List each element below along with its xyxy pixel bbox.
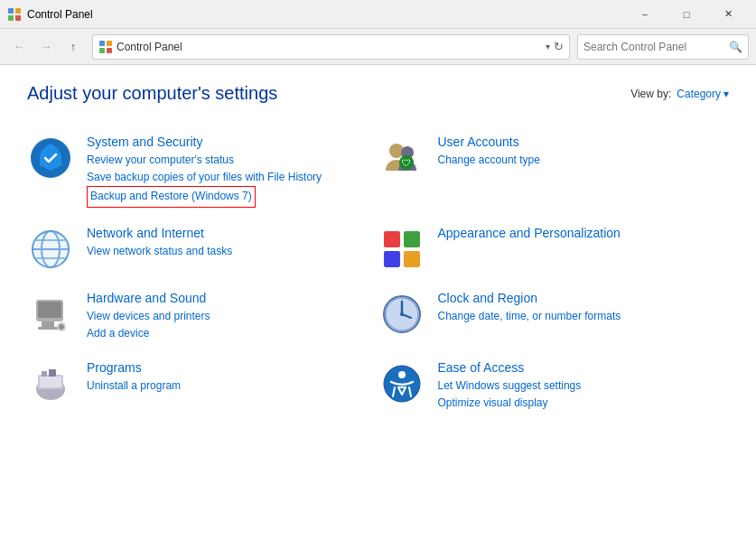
hardware-sound-title[interactable]: Hardware and Sound xyxy=(87,291,369,305)
content-header: Adjust your computer's settings View by:… xyxy=(27,83,729,104)
category-network-internet: Network and Internet View network status… xyxy=(27,217,378,282)
minimize-button[interactable]: − xyxy=(624,0,666,29)
svg-rect-37 xyxy=(40,377,61,387)
svg-text:🛡: 🛡 xyxy=(402,158,411,168)
svg-rect-26 xyxy=(47,321,54,327)
view-by-dropdown[interactable]: Category ▾ xyxy=(677,88,729,100)
hardware-sound-content: Hardware and Sound View devices and prin… xyxy=(87,291,369,342)
svg-rect-2 xyxy=(8,15,14,21)
appearance-title[interactable]: Appearance and Personalization xyxy=(438,226,721,240)
category-user-accounts: 🛡 User Accounts Change account type xyxy=(378,126,730,217)
user-accounts-icon: 🛡 xyxy=(378,135,425,181)
user-accounts-content: User Accounts Change account type xyxy=(438,135,721,169)
search-icon: 🔍 xyxy=(729,41,742,53)
page-title: Adjust your computer's settings xyxy=(27,83,277,104)
system-security-link-1[interactable]: Save backup copies of your files with Fi… xyxy=(87,169,369,186)
network-internet-icon xyxy=(27,226,74,273)
svg-rect-0 xyxy=(8,8,14,14)
forward-button[interactable]: → xyxy=(34,35,58,59)
svg-rect-4 xyxy=(99,41,105,46)
svg-rect-24 xyxy=(38,302,61,318)
svg-rect-6 xyxy=(99,48,105,53)
ease-of-access-link-1[interactable]: Optimize visual display xyxy=(438,395,721,412)
system-security-link-2[interactable]: Backup and Restore (Windows 7) xyxy=(87,186,256,207)
ease-of-access-link-0[interactable]: Let Windows suggest settings xyxy=(438,377,721,395)
clock-region-link-0[interactable]: Change date, time, or number formats xyxy=(438,308,721,325)
up-button[interactable]: ↑ xyxy=(61,35,85,59)
hardware-sound-icon xyxy=(27,291,74,338)
svg-rect-5 xyxy=(107,41,112,46)
title-bar: Control Panel − □ ✕ xyxy=(0,0,756,29)
title-bar-title: Control Panel xyxy=(27,8,624,21)
svg-rect-20 xyxy=(404,231,420,247)
network-internet-content: Network and Internet View network status… xyxy=(87,226,369,260)
svg-point-34 xyxy=(400,312,404,316)
svg-rect-38 xyxy=(42,371,47,377)
ease-of-access-icon xyxy=(378,360,425,407)
user-accounts-link-0[interactable]: Change account type xyxy=(438,152,721,169)
clock-region-content: Clock and Region Change date, time, or n… xyxy=(438,291,721,325)
content-area: Adjust your computer's settings View by:… xyxy=(0,65,756,549)
programs-content: Programs Uninstall a program xyxy=(87,360,369,395)
user-accounts-title[interactable]: User Accounts xyxy=(438,135,721,149)
ease-of-access-content: Ease of Access Let Windows suggest setti… xyxy=(438,360,721,412)
search-bar[interactable]: 🔍 xyxy=(577,34,749,60)
svg-rect-21 xyxy=(384,251,400,267)
address-bar-text: Control Panel xyxy=(117,41,546,53)
view-by-arrow-icon: ▾ xyxy=(723,88,729,100)
view-by-label: View by: xyxy=(630,88,671,100)
system-security-link-0[interactable]: Review your computer's status xyxy=(87,152,369,169)
svg-point-41 xyxy=(398,371,406,378)
category-clock-region: Clock and Region Change date, time, or n… xyxy=(378,282,730,351)
address-bar[interactable]: Control Panel ▾ ↻ xyxy=(92,34,570,60)
close-button[interactable]: ✕ xyxy=(707,0,749,29)
back-button[interactable]: ← xyxy=(7,35,31,59)
refresh-icon[interactable]: ↻ xyxy=(554,40,564,53)
ease-of-access-title[interactable]: Ease of Access xyxy=(438,360,721,375)
title-bar-controls: − □ ✕ xyxy=(624,0,749,29)
categories-grid: System and Security Review your computer… xyxy=(27,126,729,421)
category-appearance: Appearance and Personalization xyxy=(378,217,730,282)
nav-bar: ← → ↑ Control Panel ▾ ↻ 🔍 xyxy=(0,29,756,65)
view-by-value: Category xyxy=(677,88,721,100)
svg-rect-22 xyxy=(404,251,420,267)
category-hardware-sound: Hardware and Sound View devices and prin… xyxy=(27,282,378,351)
system-security-title[interactable]: System and Security xyxy=(87,135,369,149)
clock-region-icon xyxy=(378,291,425,338)
svg-rect-39 xyxy=(49,369,56,377)
system-security-icon xyxy=(27,135,74,181)
appearance-content: Appearance and Personalization xyxy=(438,226,721,243)
maximize-button[interactable]: □ xyxy=(666,0,707,29)
svg-point-18 xyxy=(33,231,69,267)
category-ease-of-access: Ease of Access Let Windows suggest setti… xyxy=(378,351,730,421)
programs-icon xyxy=(27,360,74,407)
appearance-icon xyxy=(378,226,425,273)
svg-point-29 xyxy=(59,324,64,330)
address-bar-icon xyxy=(98,40,113,54)
search-input[interactable] xyxy=(583,41,729,53)
hardware-sound-link-0[interactable]: View devices and printers xyxy=(87,308,369,325)
network-internet-link-0[interactable]: View network status and tasks xyxy=(87,243,369,260)
hardware-sound-link-1[interactable]: Add a device xyxy=(87,325,369,342)
network-internet-title[interactable]: Network and Internet xyxy=(87,226,369,240)
address-dropdown-icon[interactable]: ▾ xyxy=(546,42,550,51)
category-system-security: System and Security Review your computer… xyxy=(27,126,378,217)
system-security-content: System and Security Review your computer… xyxy=(87,135,369,208)
title-bar-icon xyxy=(7,7,22,22)
view-by: View by: Category ▾ xyxy=(630,88,729,100)
programs-title[interactable]: Programs xyxy=(87,360,369,375)
programs-link-0[interactable]: Uninstall a program xyxy=(87,377,369,395)
category-programs: Programs Uninstall a program xyxy=(27,351,378,421)
svg-rect-3 xyxy=(15,15,21,21)
clock-region-title[interactable]: Clock and Region xyxy=(438,291,721,305)
svg-rect-19 xyxy=(384,231,400,247)
svg-rect-7 xyxy=(107,48,112,53)
svg-rect-1 xyxy=(15,8,21,14)
